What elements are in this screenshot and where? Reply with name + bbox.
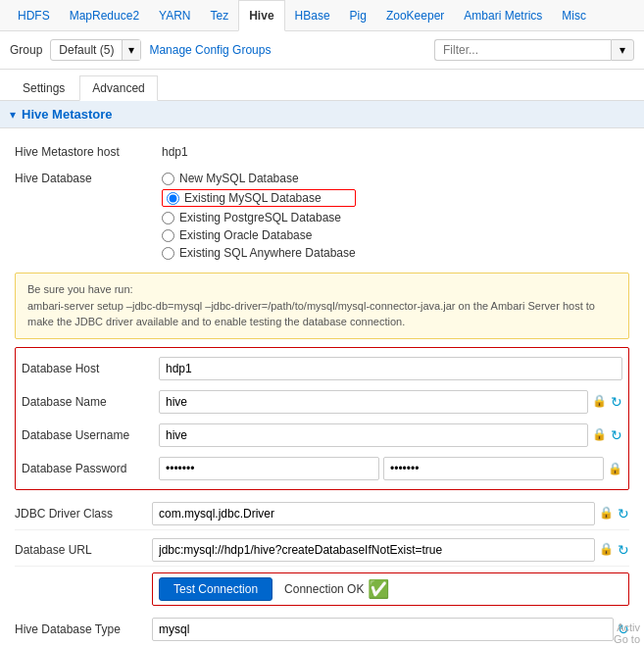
group-bar: Group Default (5) ▾ Manage Config Groups… [0, 31, 644, 70]
db-url-icons: 🔒 ↻ [599, 542, 629, 558]
activate-line1: Activ [614, 621, 640, 633]
filter-dropdown-arrow-icon[interactable]: ▾ [611, 39, 634, 61]
group-dropdown-text: Default (5) [51, 40, 122, 60]
db-password-lock-icon: 🔒 [608, 462, 622, 475]
db-username-input[interactable] [159, 423, 588, 447]
db-name-input[interactable] [159, 390, 588, 414]
connection-ok-label: Connection OK [284, 582, 364, 596]
group-dropdown-arrow-icon[interactable]: ▾ [122, 40, 140, 60]
db-type-row: Hive Database Type ↻ [15, 614, 629, 645]
activate-line2: Go to [614, 633, 640, 645]
metastore-host-label: Hive Metastore host [15, 145, 162, 159]
nav-zookeeper[interactable]: ZooKeeper [376, 1, 454, 30]
nav-pig[interactable]: Pig [340, 1, 376, 30]
jdbc-driver-icons: 🔒 ↻ [599, 506, 629, 522]
db-name-row: Database Name 🔒 ↻ [22, 387, 622, 417]
radio-existing-oracle[interactable]: Existing Oracle Database [162, 228, 356, 242]
nav-tez[interactable]: Tez [201, 1, 239, 30]
db-host-label: Database Host [22, 362, 159, 375]
jdbc-driver-input[interactable] [152, 502, 595, 525]
test-connection-border: Test Connection Connection OK ✅ [152, 572, 629, 606]
content-area: Hive Metastore host hdp1 Hive Database N… [0, 128, 644, 646]
db-password-label: Database Password [22, 462, 159, 475]
hive-database-label: Hive Database [15, 172, 162, 185]
settings-tabs: Settings Advanced [0, 70, 644, 101]
nav-hbase[interactable]: HBase [285, 1, 340, 30]
section-title: Hive Metastore [22, 107, 112, 122]
db-name-lock-icon: 🔒 [592, 394, 607, 410]
test-connection-button[interactable]: Test Connection [159, 577, 272, 601]
db-url-label: Database URL [15, 543, 152, 557]
radio-existing-postgresql[interactable]: Existing PostgreSQL Database [162, 211, 356, 224]
tab-settings[interactable]: Settings [10, 75, 77, 100]
collapse-icon[interactable]: ▾ [10, 108, 16, 122]
jdbc-driver-label: JDBC Driver Class [15, 507, 152, 521]
metastore-host-row: Hive Metastore host hdp1 [15, 138, 629, 166]
nav-yarn[interactable]: YARN [149, 1, 200, 30]
db-url-refresh-icon[interactable]: ↻ [618, 542, 629, 558]
db-password-input[interactable] [159, 457, 379, 480]
hive-database-row: Hive Database New MySQL Database Existin… [15, 166, 629, 265]
warning-text: Be sure you have run: [27, 283, 133, 295]
radio-existing-mysql[interactable]: Existing MySQL Database [162, 189, 356, 207]
db-url-lock-icon: 🔒 [599, 542, 614, 558]
db-username-icons: 🔒 ↻ [592, 427, 622, 443]
db-password-row: Database Password 🔒 [22, 454, 622, 483]
db-name-label: Database Name [22, 395, 159, 409]
db-username-refresh-icon[interactable]: ↻ [611, 427, 622, 443]
db-type-input[interactable] [152, 618, 614, 641]
db-type-label: Hive Database Type [15, 622, 152, 636]
group-label: Group [10, 43, 42, 57]
filter-input[interactable] [434, 39, 611, 61]
db-host-row: Database Host [22, 354, 622, 383]
warning-command: ambari-server setup –jdbc-db=mysql –jdbc… [27, 300, 595, 328]
connection-ok-icon: ✅ [368, 578, 389, 600]
db-host-input[interactable] [159, 357, 622, 380]
top-nav: HDFS MapReduce2 YARN Tez Hive HBase Pig … [0, 0, 644, 31]
warning-box: Be sure you have run: ambari-server setu… [15, 273, 629, 339]
radio-existing-sqlanywhere[interactable]: Existing SQL Anywhere Database [162, 246, 356, 260]
metastore-host-value: hdp1 [162, 145, 629, 159]
db-input-section: Database Host Database Name 🔒 ↻ Database… [15, 347, 629, 490]
filter-area: ▾ [434, 39, 634, 61]
db-name-refresh-icon[interactable]: ↻ [611, 394, 622, 410]
db-username-label: Database Username [22, 428, 159, 442]
nav-ambari-metrics[interactable]: Ambari Metrics [454, 1, 552, 30]
jdbc-driver-refresh-icon[interactable]: ↻ [618, 506, 629, 522]
db-name-icons: 🔒 ↻ [592, 394, 622, 410]
manage-config-groups-link[interactable]: Manage Config Groups [149, 43, 271, 57]
nav-mapreduce2[interactable]: MapReduce2 [60, 1, 149, 30]
jdbc-driver-lock-icon: 🔒 [599, 506, 614, 522]
radio-new-mysql[interactable]: New MySQL Database [162, 172, 356, 185]
db-url-input[interactable] [152, 538, 595, 562]
hive-database-radio-group: New MySQL Database Existing MySQL Databa… [162, 172, 356, 260]
group-dropdown[interactable]: Default (5) ▾ [50, 39, 141, 61]
db-password-inputs: 🔒 [159, 457, 622, 480]
nav-hive[interactable]: Hive [238, 0, 284, 31]
activate-watermark: Activ Go to [614, 621, 644, 645]
nav-hdfs[interactable]: HDFS [8, 1, 60, 30]
db-username-row: Database Username 🔒 ↻ [22, 421, 622, 450]
tab-advanced[interactable]: Advanced [79, 75, 157, 101]
jdbc-driver-row: JDBC Driver Class 🔒 ↻ [15, 498, 629, 530]
db-url-row: Database URL 🔒 ↻ [15, 534, 629, 567]
nav-misc[interactable]: Misc [552, 1, 596, 30]
db-username-lock-icon: 🔒 [592, 427, 607, 443]
section-header: ▾ Hive Metastore [0, 101, 644, 128]
db-password-confirm-input[interactable] [383, 457, 604, 480]
